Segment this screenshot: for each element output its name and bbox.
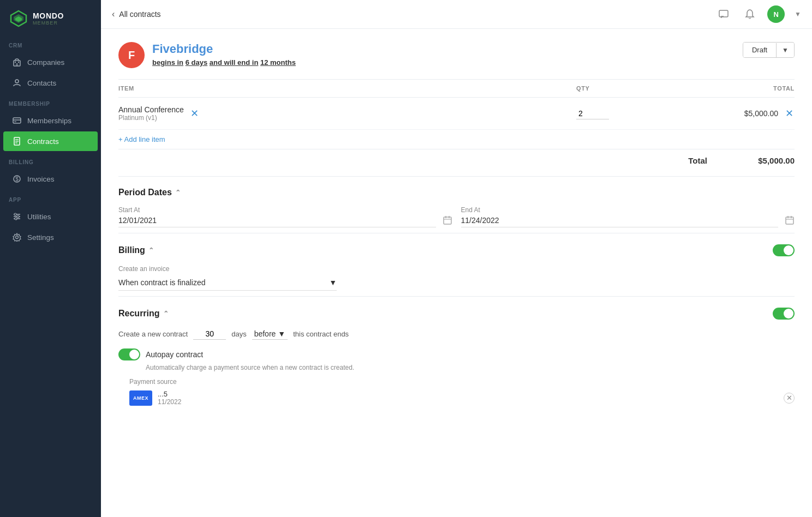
svg-rect-4 — [16, 63, 18, 66]
billing-toggle[interactable]: ✓ — [773, 244, 795, 256]
item-column-header: ITEM — [118, 85, 576, 92]
remove-total-button[interactable]: ✕ — [784, 108, 795, 119]
contract-table: ITEM QTY TOTAL Annual Conference Platinu… — [118, 79, 795, 172]
mondo-logo-icon — [9, 9, 28, 28]
recurring-row: Create a new contract days before ▼ this… — [118, 328, 795, 340]
item-total: $5,000.00 — [744, 109, 778, 118]
topbar: ‹ All contracts N ▼ — [101, 0, 812, 29]
recurring-title: Recurring ⌃ — [118, 309, 169, 318]
end-date-info: End At 11/24/2022 — [461, 206, 779, 227]
svg-rect-24 — [719, 10, 728, 17]
building-icon — [12, 57, 22, 67]
sidebar-item-memberships[interactable]: Memberships — [3, 111, 98, 130]
memberships-label: Memberships — [27, 117, 71, 125]
contract-ends-label: this contract ends — [293, 330, 349, 338]
start-date-field: Start At 12/01/2021 — [118, 206, 452, 227]
card-brand-icon: AMEX — [129, 390, 152, 406]
create-label: Create a new contract — [118, 330, 188, 338]
qty-column-header: QTY — [576, 85, 685, 92]
contracts-label: Contracts — [27, 137, 59, 146]
membership-section-label: MEMBERSHIP — [0, 93, 101, 110]
card-icon — [12, 116, 22, 125]
doc-icon — [12, 136, 22, 146]
begins-duration: 6 days — [186, 58, 207, 67]
dollar-icon: $ — [12, 174, 22, 184]
sidebar-item-companies[interactable]: Companies — [3, 52, 98, 72]
breadcrumb-label: All contracts — [119, 10, 160, 19]
start-date-info: Start At 12/01/2021 — [118, 206, 436, 227]
svg-point-21 — [17, 215, 19, 218]
table-row: Annual Conference Platinum (v1) ✕ $5,000… — [118, 98, 795, 130]
sidebar: MONDO MEMBER CRM Companies Contacts MEMB… — [0, 0, 101, 517]
period-dates-title: Period Dates ⌃ — [118, 188, 181, 197]
item-name: Annual Conference — [118, 105, 184, 114]
status-dropdown-button[interactable]: ▼ — [776, 43, 794, 57]
svg-point-23 — [16, 236, 19, 239]
recurring-toggle[interactable]: ✓ — [773, 308, 795, 320]
create-invoice-select[interactable]: When contract is finalized ▼ — [118, 275, 337, 291]
back-button[interactable]: ‹ — [112, 9, 115, 19]
sidebar-item-settings[interactable]: Settings — [3, 227, 98, 247]
autopay-row: ✓ Autopay contract — [118, 348, 795, 360]
direction-select[interactable]: before ▼ — [252, 328, 288, 340]
status-button-group: Draft ▼ — [743, 42, 795, 58]
autopay-toggle-check: ✓ — [133, 352, 138, 358]
sidebar-item-contracts[interactable]: Contracts — [3, 131, 98, 151]
user-menu-caret[interactable]: ▼ — [795, 10, 801, 18]
total-column-header: TOTAL — [685, 85, 795, 92]
billing-chevron[interactable]: ⌃ — [148, 247, 154, 254]
start-date-value[interactable]: 12/01/2021 — [118, 216, 436, 227]
recurring-section: Recurring ⌃ ✓ Create a new contract days… — [118, 296, 795, 411]
direction-caret: ▼ — [278, 329, 285, 338]
svg-text:$: $ — [15, 176, 19, 182]
end-calendar-icon[interactable] — [785, 215, 795, 227]
svg-rect-25 — [444, 217, 451, 224]
settings-label: Settings — [27, 233, 54, 242]
billing-title: Billing ⌃ — [118, 245, 154, 255]
recurring-toggle-check: ✓ — [787, 311, 792, 317]
billing-section-label: BILLING — [0, 152, 101, 169]
utilities-label: Utilities — [27, 213, 51, 221]
recurring-chevron[interactable]: ⌃ — [163, 310, 169, 317]
card-expiry: 11/2022 — [158, 398, 181, 406]
company-header: F Fivebridge begins in 6 days and will e… — [118, 42, 795, 68]
companies-label: Companies — [27, 58, 64, 67]
status-button[interactable]: Draft — [743, 43, 776, 57]
svg-rect-8 — [13, 118, 21, 123]
company-info: F Fivebridge begins in 6 days and will e… — [118, 42, 296, 68]
logo: MONDO MEMBER — [0, 0, 101, 35]
billing-select-caret: ▼ — [329, 278, 337, 287]
start-calendar-icon[interactable] — [443, 215, 452, 227]
svg-rect-29 — [786, 217, 793, 224]
add-line-item-button[interactable]: + Add line item — [118, 130, 165, 149]
billing-section: Billing ⌃ ✓ Create an invoice When contr… — [118, 233, 795, 296]
chat-icon-button[interactable] — [715, 5, 732, 23]
sidebar-item-contacts[interactable]: Contacts — [3, 73, 98, 93]
remove-card-button[interactable]: ✕ — [784, 393, 795, 404]
dates-grid: Start At 12/01/2021 End At 11/24/2022 — [118, 206, 795, 227]
end-date-value[interactable]: 11/24/2022 — [461, 216, 779, 227]
total-label: Total — [688, 156, 707, 165]
end-date-field: End At 11/24/2022 — [461, 206, 795, 227]
gear-icon — [12, 232, 22, 242]
svg-rect-6 — [18, 62, 19, 63]
billing-toggle-check: ✓ — [787, 248, 792, 254]
payment-card-info: AMEX ...5 11/2022 — [129, 390, 181, 406]
contacts-label: Contacts — [27, 79, 56, 87]
days-unit: days — [231, 330, 246, 338]
autopay-toggle[interactable]: ✓ — [118, 348, 140, 360]
svg-rect-10 — [14, 121, 16, 122]
bell-icon-button[interactable] — [741, 5, 759, 23]
company-name[interactable]: Fivebridge — [152, 42, 296, 56]
logo-sub: MEMBER — [33, 20, 64, 26]
qty-input[interactable] — [576, 108, 609, 119]
svg-point-20 — [14, 213, 16, 215]
days-input[interactable] — [193, 328, 226, 340]
user-avatar-button[interactable]: N — [767, 5, 785, 23]
sidebar-item-invoices[interactable]: $ Invoices — [3, 169, 98, 189]
period-dates-chevron[interactable]: ⌃ — [175, 189, 181, 196]
start-date-label: Start At — [118, 206, 436, 214]
ends-duration: 12 months — [260, 58, 296, 67]
remove-item-button[interactable]: ✕ — [189, 108, 200, 119]
sidebar-item-utilities[interactable]: Utilities — [3, 207, 98, 226]
